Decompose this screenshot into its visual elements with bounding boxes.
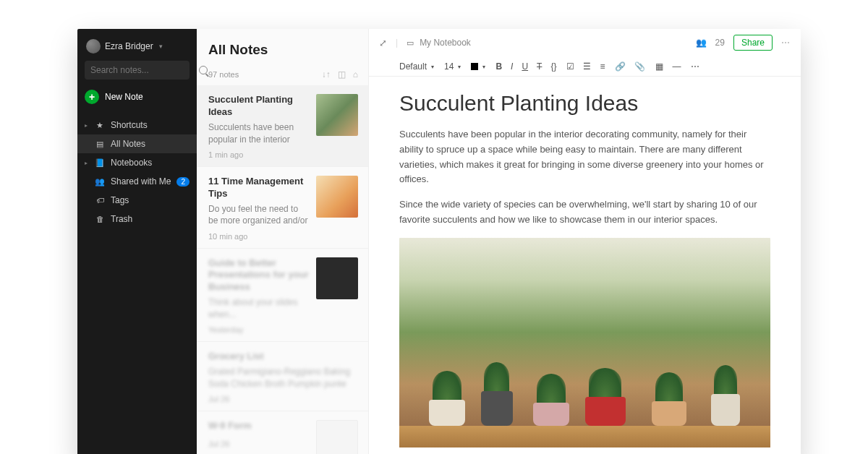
note-list-tools: ↓↑ ◫ ⌂ bbox=[322, 69, 358, 80]
note-item[interactable]: Succulent Planting Ideas Succulents have… bbox=[197, 85, 368, 167]
font-size-select[interactable]: 14 ▾ bbox=[444, 61, 461, 72]
trash-icon: 🗑 bbox=[95, 215, 105, 223]
bullet-list-icon[interactable]: ☰ bbox=[583, 61, 591, 72]
number-list-icon[interactable]: ≡ bbox=[600, 61, 605, 72]
note-time: 10 min ago bbox=[208, 232, 309, 241]
nav-label: Trash bbox=[111, 214, 190, 224]
notes-icon: ▤ bbox=[95, 140, 105, 149]
sort-icon[interactable]: ↓↑ bbox=[322, 69, 331, 80]
note-thumbnail bbox=[316, 94, 358, 136]
divider-icon[interactable]: — bbox=[672, 61, 681, 72]
note-thumbnail bbox=[316, 176, 358, 218]
plus-icon: + bbox=[85, 90, 99, 104]
note-count: 97 notes bbox=[208, 70, 239, 79]
link-icon[interactable]: 🔗 bbox=[615, 61, 626, 72]
table-icon[interactable]: ▦ bbox=[655, 61, 663, 72]
nav-label: Shared with Me bbox=[111, 176, 171, 187]
star-icon: ★ bbox=[95, 121, 105, 130]
note-list-title: All Notes bbox=[208, 42, 357, 58]
bold-icon[interactable]: B bbox=[495, 61, 502, 72]
nav-notebooks[interactable]: ▸ 📘 Notebooks bbox=[77, 153, 197, 172]
doc-paragraph[interactable]: Succulents have been popular in the inte… bbox=[399, 127, 770, 187]
chevron-down-icon: ▾ bbox=[482, 64, 485, 70]
code-icon[interactable]: {} bbox=[550, 61, 556, 72]
more-icon[interactable]: ⋯ bbox=[781, 38, 791, 48]
app-window: Ezra Bridger ▾ + New Note ▸ ★ Shortcuts … bbox=[77, 29, 801, 454]
note-preview: Do you feel the need to be more organize… bbox=[208, 203, 309, 228]
nav-label: Tags bbox=[111, 195, 190, 205]
nav-shared[interactable]: 👥 Shared with Me 2 bbox=[77, 172, 197, 191]
expand-icon[interactable]: ⤢ bbox=[379, 38, 387, 48]
share-button[interactable]: Share bbox=[733, 35, 773, 51]
nav-trash[interactable]: 🗑 Trash bbox=[77, 210, 197, 228]
notebook-icon: ▭ bbox=[407, 38, 414, 48]
note-item[interactable]: Grocery List Grated Parmigiano-Reggiano … bbox=[197, 342, 368, 411]
note-title: Succulent Planting Ideas bbox=[208, 94, 309, 119]
nav-label: Shortcuts bbox=[111, 120, 190, 130]
caret-icon: ▸ bbox=[85, 160, 89, 166]
chevron-down-icon: ▾ bbox=[458, 64, 461, 70]
search-box[interactable] bbox=[85, 61, 190, 80]
note-list-subheader: 97 notes ↓↑ ◫ ⌂ bbox=[197, 62, 368, 85]
people-icon: 👥 bbox=[696, 38, 707, 48]
italic-icon[interactable]: I bbox=[511, 61, 513, 72]
people-icon: 👥 bbox=[95, 177, 105, 187]
breadcrumb-label: My Notebook bbox=[420, 38, 471, 48]
underline-icon[interactable]: U bbox=[522, 61, 528, 72]
chevron-down-icon: ▾ bbox=[159, 43, 163, 50]
note-item[interactable]: 11 Time Management Tips Do you feel the … bbox=[197, 167, 368, 249]
separator: | bbox=[396, 38, 398, 48]
note-thumbnail bbox=[316, 257, 358, 299]
editor-content[interactable]: Succulent Planting Ideas Succulents have… bbox=[369, 77, 801, 454]
member-count: 29 bbox=[715, 38, 725, 48]
breadcrumb[interactable]: ▭ My Notebook bbox=[407, 38, 471, 48]
chevron-down-icon: ▾ bbox=[431, 64, 434, 70]
user-name: Ezra Bridger bbox=[105, 41, 153, 51]
note-title: 11 Time Management Tips bbox=[208, 176, 309, 200]
note-preview: Think about your slides when... bbox=[208, 296, 309, 321]
note-item[interactable]: Guide to Better Presentations for your B… bbox=[197, 249, 368, 342]
note-time: Jul 26 bbox=[208, 395, 358, 403]
note-thumbnail bbox=[316, 420, 358, 454]
doc-paragraph[interactable]: Since the wide variety of species can be… bbox=[399, 197, 770, 228]
note-time: Jul 26 bbox=[208, 440, 309, 448]
editor-panel: ⤢ | ▭ My Notebook 👥 29 Share ⋯ Default ▾… bbox=[369, 29, 801, 454]
note-list-header: All Notes bbox=[197, 29, 368, 62]
note-title: Grocery List bbox=[208, 351, 358, 363]
doc-title[interactable]: Succulent Planting Ideas bbox=[399, 91, 770, 116]
note-time: Yesterday bbox=[208, 325, 309, 334]
note-preview: Grated Parmigiano-Reggiano Baking Soda C… bbox=[208, 366, 358, 390]
strike-icon[interactable]: T bbox=[537, 61, 542, 72]
nav-all-notes[interactable]: ▤ All Notes bbox=[77, 134, 197, 153]
sidebar: Ezra Bridger ▾ + New Note ▸ ★ Shortcuts … bbox=[77, 29, 197, 454]
font-family-select[interactable]: Default ▾ bbox=[399, 61, 434, 72]
format-toolbar: Default ▾ 14 ▾ ▾ B I U T {} ☑ ☰ ≡ bbox=[369, 57, 801, 77]
filter-icon[interactable]: ⌂ bbox=[353, 69, 358, 80]
note-list-items: Succulent Planting Ideas Succulents have… bbox=[197, 85, 368, 454]
font-color-select[interactable]: ▾ bbox=[471, 63, 485, 70]
new-note-button[interactable]: + New Note bbox=[85, 88, 190, 106]
search-icon bbox=[199, 66, 208, 74]
attachment-icon[interactable]: 📎 bbox=[634, 61, 645, 72]
note-time: 1 min ago bbox=[208, 150, 309, 159]
new-note-label: New Note bbox=[105, 92, 143, 102]
nav-label: All Notes bbox=[111, 139, 190, 149]
editor-top-bar: ⤢ | ▭ My Notebook 👥 29 Share ⋯ bbox=[369, 29, 801, 57]
checklist-icon[interactable]: ☑ bbox=[566, 61, 574, 72]
more-format-icon[interactable]: ⋯ bbox=[691, 61, 699, 72]
nav-label: Notebooks bbox=[111, 158, 190, 168]
caret-icon: ▸ bbox=[85, 122, 89, 129]
badge: 2 bbox=[176, 177, 190, 187]
view-icon[interactable]: ◫ bbox=[338, 69, 346, 80]
user-menu[interactable]: Ezra Bridger ▾ bbox=[77, 29, 197, 61]
avatar bbox=[86, 39, 101, 53]
nav: ▸ ★ Shortcuts ▤ All Notes ▸ 📘 Notebooks … bbox=[77, 116, 197, 228]
note-title: W-9 Form bbox=[208, 420, 309, 432]
nav-shortcuts[interactable]: ▸ ★ Shortcuts bbox=[77, 116, 197, 134]
note-list-panel: All Notes 97 notes ↓↑ ◫ ⌂ Succulent Plan… bbox=[197, 29, 369, 454]
note-title: Guide to Better Presentations for your B… bbox=[208, 257, 309, 294]
tag-icon: 🏷 bbox=[95, 196, 105, 205]
nav-tags[interactable]: 🏷 Tags bbox=[77, 191, 197, 210]
search-input[interactable] bbox=[90, 65, 199, 75]
note-item[interactable]: W-9 Form Jul 26 bbox=[197, 411, 368, 454]
